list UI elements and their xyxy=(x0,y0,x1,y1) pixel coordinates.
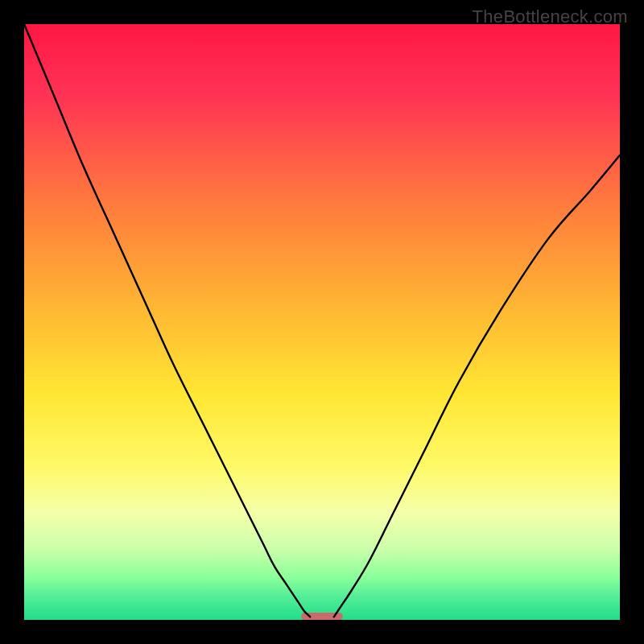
chart-svg xyxy=(0,0,644,644)
plot-background xyxy=(24,24,620,620)
bottleneck-chart xyxy=(0,0,644,644)
watermark-text: TheBottleneck.com xyxy=(473,6,628,27)
